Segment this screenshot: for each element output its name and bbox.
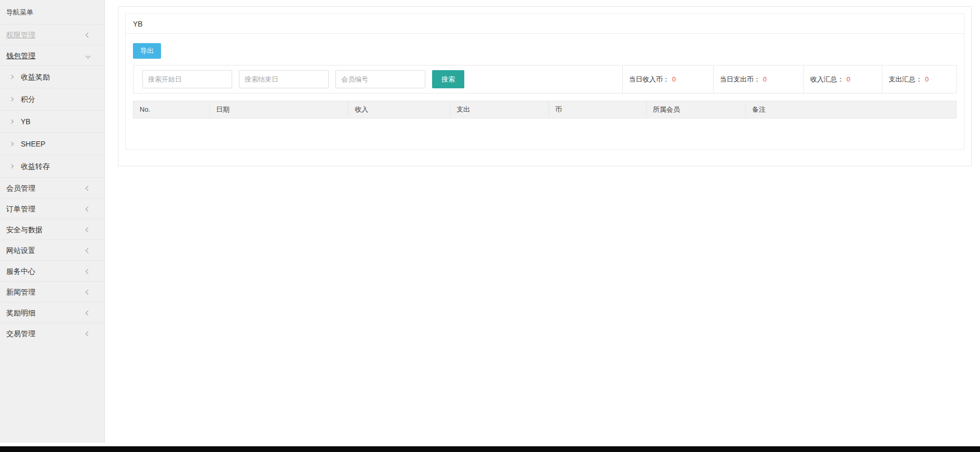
table-header-expense: 支出 [450,101,549,118]
chevron-left-icon [86,186,91,191]
chevron-right-icon [9,164,14,168]
sidebar-item-order-mgmt[interactable]: 订单管理 [0,198,104,219]
stat-value: 0 [925,75,929,83]
sidebar-item-member-mgmt[interactable]: 会员管理 [0,177,104,198]
sidebar: 导航菜单 权限管理 钱包管理 收益奖励 积分 YB SHEEP 收益转存 [0,0,105,443]
chevron-right-icon [9,97,14,101]
chevron-left-icon [86,207,91,212]
card-body: 导出 搜索 当日收入币： 0 当日支出币： 0 [126,34,964,126]
sidebar-subitem-income-reward[interactable]: 收益奖励 [0,65,104,88]
chevron-left-icon [86,311,91,316]
sidebar-subitem-label: YB [21,117,31,126]
chevron-right-icon [9,142,14,146]
content-panel: YB 导出 搜索 当日收入币： 0 当日支出币： [118,6,972,166]
sidebar-subitem-yb[interactable]: YB [0,110,104,132]
card-title: YB [126,14,964,34]
filter-row: 搜索 当日收入币： 0 当日支出币： 0 收入汇总： 0 [133,65,957,94]
chevron-left-icon [86,290,91,295]
bottom-bar [0,446,980,452]
table-header-no: No. [133,101,210,118]
chevron-left-icon [86,33,91,38]
stat-daily-income: 当日收入币： 0 [622,65,713,93]
sidebar-subitem-points[interactable]: 积分 [0,88,104,110]
sidebar-subitem-label: 收益奖励 [21,73,50,81]
sidebar-item-label: 钱包管理 [6,51,35,60]
search-bar: 搜索 [133,65,622,93]
table-header-income: 收入 [348,101,450,118]
table-header-date: 日期 [210,101,348,118]
sidebar-item-wallet-mgmt[interactable]: 钱包管理 [0,45,104,65]
sidebar-item-reward-detail[interactable]: 奖励明细 [0,302,104,323]
sidebar-item-label: 网站设置 [6,246,35,255]
chevron-left-icon [86,248,91,254]
chevron-down-icon [86,54,91,59]
chevron-left-icon [86,269,91,274]
stat-label: 收入汇总： [810,75,844,84]
sidebar-subitem-label: SHEEP [21,140,45,148]
sidebar-item-label: 订单管理 [6,205,35,213]
stat-daily-expense: 当日支出币： 0 [713,65,803,93]
sidebar-item-trade-mgmt[interactable]: 交易管理 [0,323,104,343]
sidebar-subitem-sheep[interactable]: SHEEP [0,132,104,155]
table-header-member: 所属会员 [647,101,746,118]
stat-value: 0 [847,75,850,83]
sidebar-item-service-center[interactable]: 服务中心 [0,260,104,281]
sidebar-item-label: 安全与数据 [6,225,43,234]
search-start-date-input[interactable] [142,70,232,88]
sidebar-item-permission-mgmt[interactable]: 权限管理 [0,24,104,45]
sidebar-item-label: 权限管理 [6,31,35,39]
stat-label: 当日支出币： [720,75,760,84]
sidebar-item-label: 交易管理 [6,329,35,338]
sidebar-item-security-data[interactable]: 安全与数据 [0,219,104,240]
chevron-left-icon [86,331,91,337]
chevron-right-icon [9,75,14,79]
sidebar-item-site-settings[interactable]: 网站设置 [0,240,104,260]
yb-card: YB 导出 搜索 当日收入币： 0 当日支出币： [125,14,964,150]
sidebar-item-label: 会员管理 [6,184,35,192]
stat-expense-total: 支出汇总： 0 [882,65,956,93]
table-header-remark: 备注 [746,101,956,118]
sidebar-title: 导航菜单 [0,0,104,24]
stat-value: 0 [763,75,767,83]
sidebar-item-label: 服务中心 [6,267,35,275]
chevron-right-icon [9,119,14,124]
sidebar-subitem-income-transfer[interactable]: 收益转存 [0,155,104,177]
stat-label: 当日收入币： [629,75,669,84]
search-end-date-input[interactable] [239,70,329,88]
stat-value: 0 [672,75,676,83]
search-button[interactable]: 搜索 [432,70,464,88]
table-header-row: No. 日期 收入 支出 币 所属会员 备注 [133,101,957,118]
sidebar-item-news-mgmt[interactable]: 新闻管理 [0,281,104,302]
stat-label: 支出汇总： [889,75,922,84]
stat-income-total: 收入汇总： 0 [803,65,882,93]
table-header-coin: 币 [549,101,647,118]
sidebar-item-label: 奖励明细 [6,309,35,317]
member-id-input[interactable] [335,70,425,88]
sidebar-subitem-label: 积分 [21,95,35,103]
sidebar-item-label: 新闻管理 [6,288,35,296]
sidebar-subitem-label: 收益转存 [21,162,50,170]
chevron-left-icon [86,228,91,233]
export-button[interactable]: 导出 [133,43,161,59]
page: 导航菜单 权限管理 钱包管理 收益奖励 积分 YB SHEEP 收益转存 [0,0,980,452]
